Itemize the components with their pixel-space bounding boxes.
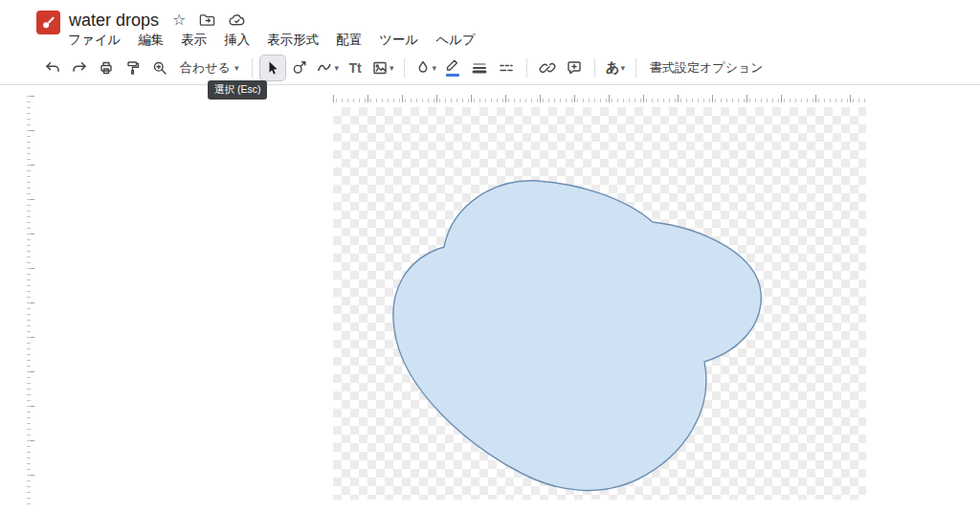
line-color-swatch: [446, 74, 459, 77]
fill-color-drop-icon: [414, 59, 432, 77]
undo-button[interactable]: [40, 56, 65, 80]
zoom-icon: [151, 59, 168, 77]
paint-format-button[interactable]: [121, 56, 145, 80]
toolbar-separator: [526, 58, 527, 78]
line-color-pencil-icon: [444, 57, 461, 73]
select-cursor-icon: [264, 59, 281, 77]
menu-file[interactable]: ファイル: [68, 32, 121, 49]
print-button[interactable]: [94, 56, 119, 80]
format-options-label: 書式設定オプション: [650, 59, 764, 77]
line-dash-icon: [498, 59, 515, 77]
select-tool-tooltip: 選択 (Esc): [208, 80, 267, 100]
toolbar-separator: [594, 58, 595, 78]
line-weight-button[interactable]: [467, 56, 492, 80]
line-tool-dropdown[interactable]: ▾: [314, 56, 341, 80]
curve-line-icon: [316, 59, 333, 77]
insert-comment-button[interactable]: [562, 56, 587, 80]
undo-icon: [44, 59, 61, 77]
menu-tools[interactable]: ツール: [379, 32, 418, 49]
comment-icon: [566, 59, 583, 77]
title-row: water drops ☆: [69, 9, 246, 32]
redo-button[interactable]: [67, 56, 92, 80]
move-folder-icon: [199, 13, 215, 27]
toolbar-separator: [404, 58, 405, 78]
menu-help[interactable]: ヘルプ: [435, 32, 475, 49]
link-icon: [539, 59, 556, 77]
menu-arrange[interactable]: 配置: [336, 32, 362, 49]
cloud-icon: [229, 13, 246, 27]
canvas-svg: [333, 107, 866, 500]
move-folder-button[interactable]: [199, 13, 215, 27]
drawings-logo-glyph: [40, 14, 56, 31]
toolbar-separator: [252, 58, 253, 78]
fill-color-dropdown[interactable]: ▾: [412, 56, 439, 80]
document-title[interactable]: water drops: [69, 11, 159, 31]
menu-insert[interactable]: 挿入: [224, 32, 250, 49]
shape-tool-button[interactable]: [287, 56, 312, 80]
chevron-down-icon: ▾: [620, 63, 625, 73]
zoom-button[interactable]: [147, 56, 172, 80]
line-weight-icon: [471, 59, 488, 77]
zoom-fit-label: 合わせる: [180, 59, 231, 77]
drawings-logo[interactable]: [36, 11, 60, 34]
google-drawings-app: water drops ☆ ファイル 編集 表示 挿入 表示形式 配置 ツール …: [0, 0, 980, 513]
chevron-down-icon: ▾: [390, 63, 394, 73]
horizontal-ruler: [333, 95, 866, 102]
chevron-down-icon: ▾: [234, 63, 239, 73]
menu-format[interactable]: 表示形式: [267, 32, 319, 49]
print-icon: [98, 59, 115, 77]
select-tool-button[interactable]: [260, 56, 285, 80]
line-dash-button[interactable]: [494, 56, 519, 80]
menu-edit[interactable]: 編集: [138, 32, 164, 49]
format-options-button[interactable]: 書式設定オプション: [644, 56, 769, 80]
insert-link-button[interactable]: [535, 56, 560, 80]
text-format-dropdown[interactable]: あ ▾: [603, 56, 628, 80]
cloud-saved-icon[interactable]: [229, 13, 246, 27]
insert-image-dropdown[interactable]: ▾: [369, 56, 396, 80]
line-color-button[interactable]: [440, 56, 465, 80]
text-box-icon: Tt: [348, 60, 361, 76]
shape-tool-icon: [291, 59, 308, 77]
toolbar: 合わせる ▾ ▾ Tt ▾: [0, 51, 980, 85]
chevron-down-icon: ▾: [334, 63, 339, 73]
chevron-down-icon: ▾: [433, 63, 437, 73]
redo-icon: [71, 59, 88, 77]
kana-format-icon: あ: [606, 59, 619, 77]
menubar: ファイル 編集 表示 挿入 表示形式 配置 ツール ヘルプ: [68, 32, 476, 49]
drawing-canvas[interactable]: [333, 107, 866, 500]
menu-view[interactable]: 表示: [181, 32, 207, 49]
image-icon: [371, 59, 389, 77]
water-drop-shape[interactable]: [393, 181, 761, 491]
vertical-ruler: [27, 96, 34, 507]
star-button[interactable]: ☆: [172, 12, 186, 28]
zoom-fit-dropdown[interactable]: 合わせる ▾: [174, 56, 244, 80]
paint-format-icon: [124, 59, 142, 77]
workspace: [0, 86, 980, 513]
toolbar-separator: [635, 58, 636, 78]
text-box-button[interactable]: Tt: [343, 56, 368, 80]
